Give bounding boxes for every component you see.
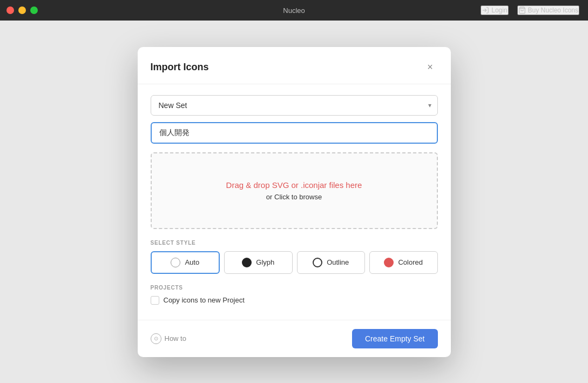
buy-button[interactable]: Buy Nucleo Icons [517,5,579,15]
style-options-group: Auto Glyph Outline Colored [151,251,438,274]
import-icons-modal: Import Icons × New Set Existing Set ▾ Dr… [138,47,451,357]
copy-icons-row: Copy icons to new Project [151,296,438,305]
file-drop-zone[interactable]: Drag & drop SVG or .iconjar files here o… [151,152,438,229]
colored-style-icon [384,258,394,267]
style-option-outline[interactable]: Outline [297,251,366,274]
dropzone-or-text: or [266,193,274,201]
titlebar: Nucleo Login Buy Nucleo Icons [0,0,588,21]
titlebar-actions: Login Buy Nucleo Icons [481,5,579,15]
colored-style-label: Colored [398,258,423,266]
dropzone-secondary-text: or Click to browse [163,193,426,201]
login-label: Login [491,6,507,14]
copy-icons-checkbox[interactable] [151,296,159,305]
buy-label: Buy Nucleo Icons [528,6,578,14]
set-type-dropdown[interactable]: New Set Existing Set [151,95,438,116]
bag-icon [518,6,526,14]
minimize-window-button[interactable] [18,6,26,14]
create-empty-set-button[interactable]: Create Empty Set [352,329,438,348]
modal-close-button[interactable]: × [423,60,438,75]
login-button[interactable]: Login [481,5,508,15]
how-to-icon: ⊙ [151,333,161,344]
how-to-label: How to [165,334,186,342]
set-type-dropdown-wrapper: New Set Existing Set ▾ [151,95,438,116]
login-icon [482,6,489,14]
style-option-auto[interactable]: Auto [151,251,220,274]
glyph-style-icon [242,258,252,267]
auto-style-label: Auto [185,258,199,266]
app-title: Nucleo [283,6,305,15]
projects-section: PROJECTS Copy icons to new Project [151,285,438,305]
close-window-button[interactable] [6,6,14,14]
set-name-input[interactable] [151,122,438,144]
modal-title: Import Icons [151,62,209,73]
style-option-glyph[interactable]: Glyph [224,251,293,274]
maximize-window-button[interactable] [30,6,38,14]
how-to-button[interactable]: ⊙ How to [151,333,186,344]
main-area: Import Icons × New Set Existing Set ▾ Dr… [0,21,588,383]
dropzone-primary-text: Drag & drop SVG or .iconjar files here [163,180,426,190]
window-controls [6,6,38,14]
modal-header: Import Icons × [138,47,451,84]
modal-body: New Set Existing Set ▾ Drag & drop SVG o… [138,84,451,320]
select-style-label: SELECT STYLE [151,240,438,246]
outline-style-icon [313,258,322,267]
outline-style-label: Outline [327,258,349,266]
modal-footer: ⊙ How to Create Empty Set [138,320,451,357]
copy-icons-label: Copy icons to new Project [164,296,245,304]
projects-label: PROJECTS [151,285,438,291]
close-icon: × [427,62,433,73]
dropzone-browse-link[interactable]: Click to browse [274,193,322,201]
auto-style-icon [171,258,180,267]
style-option-colored[interactable]: Colored [369,251,438,274]
create-btn-label: Create Empty Set [365,334,425,343]
glyph-style-label: Glyph [256,258,274,266]
